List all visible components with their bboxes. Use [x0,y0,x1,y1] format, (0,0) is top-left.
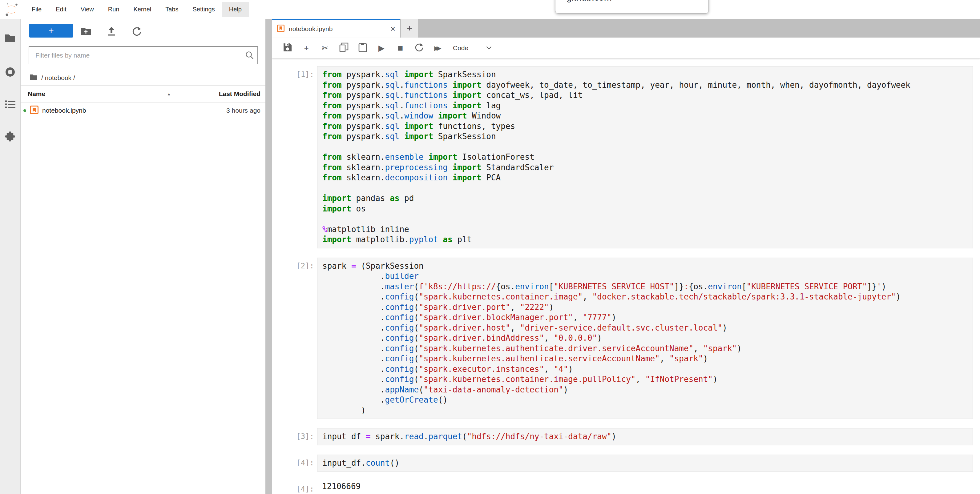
menu-item-settings[interactable]: Settings [185,2,222,17]
sidebar-item-running-kernels[interactable] [0,62,20,83]
save-button[interactable] [280,41,294,55]
sidebar-item-extensions[interactable] [0,126,20,148]
new-folder-icon [81,27,91,37]
breadcrumb-path: / notebook / [41,74,75,81]
cell-prompt: [1]: [272,66,317,248]
plus-icon: + [304,44,309,52]
folder-icon [5,33,15,44]
run-cell-button[interactable]: ▶ [374,41,388,55]
file-filter [29,46,258,64]
popup-site-name: github.com [566,0,708,3]
restart-kernel-button[interactable] [412,41,426,55]
cell-type-dropdown[interactable]: Code [453,44,492,52]
jupyter-logo [4,2,19,17]
breadcrumb[interactable]: / notebook / [30,69,75,86]
upload-icon [107,27,116,37]
new-launcher-button[interactable]: + [29,24,73,38]
close-tab-icon[interactable]: × [390,25,395,33]
menu-item-kernel[interactable]: Kernel [126,2,158,17]
file-row-notebook[interactable]: notebook.ipynb 3 hours ago [20,103,266,119]
cell-editor[interactable]: input_df = spark.read.parquet("hdfs://hd… [317,428,973,445]
stop-icon: ■ [398,43,403,52]
column-header-last-modified[interactable]: Last Modified [219,90,261,98]
restart-run-all-button[interactable]: ▶▶ [431,41,445,55]
file-list-header: Name ▲ Last Modified [20,85,266,103]
file-name: notebook.ipynb [42,107,86,114]
save-icon [283,43,292,53]
sidebar-item-file-browser[interactable] [0,28,20,49]
menu-items: FileEditViewRunKernelTabsSettingsHelp [25,0,249,19]
menu-item-run[interactable]: Run [101,2,127,17]
refresh-button[interactable] [130,25,143,38]
tab-notebook-ipynb[interactable]: notebook.ipynb × [272,19,400,38]
tab-label: notebook.ipynb [289,25,332,33]
column-divider [186,87,186,101]
refresh-icon [132,27,142,37]
cell-editor[interactable]: from pyspark.sql import SparkSessionfrom… [317,66,973,248]
insert-cell-button[interactable]: + [299,41,313,55]
code-cell: [2]:spark = (SparkSession .builder .mast… [272,257,980,419]
home-folder-icon [30,74,38,82]
run-icon: ▶ [379,44,385,52]
panel-splitter[interactable] [266,19,272,494]
main-dock-panel: notebook.ipynb × + + ✂ ▶ ■ [272,19,980,494]
browser-popup: github.com [555,0,709,14]
output-row: [4]:12106669 [272,481,980,493]
code-cell: [4]:input_df.count() [272,454,980,472]
cut-icon: ✂ [322,44,329,52]
restart-icon [414,43,424,53]
notebook-file-icon [277,25,285,33]
code-cell: [3]:input_df = spark.read.parquet("hdfs:… [272,428,980,445]
file-browser-toolbar: + [20,19,266,44]
notebook-file-icon [30,106,38,116]
menu-item-file[interactable]: File [25,2,49,17]
puzzle-icon [5,131,15,143]
chevron-down-icon [486,45,492,51]
copy-icon [339,43,348,53]
sort-ascending-icon[interactable]: ▲ [167,92,171,96]
cell-prompt: [3]: [272,428,317,445]
paste-icon [358,43,367,53]
code-cell: [1]:from pyspark.sql import SparkSession… [272,66,980,248]
list-icon [5,100,15,110]
menu-item-help[interactable]: Help [222,2,249,17]
cell-editor[interactable]: spark = (SparkSession .builder .master(f… [317,257,973,419]
fast-forward-icon: ▶▶ [434,45,442,51]
menu-bar: FileEditViewRunKernelTabsSettingsHelp [0,0,980,19]
copy-cells-button[interactable] [337,41,351,55]
column-header-name[interactable]: Name [28,90,45,98]
activity-bar [0,19,21,494]
menu-item-view[interactable]: View [73,2,101,17]
notebook-content: [1]:from pyspark.sql import SparkSession… [272,59,980,494]
file-filter-input[interactable] [29,46,258,64]
cell-prompt: [2]: [272,257,317,419]
notebook-toolbar: + ✂ ▶ ■ ▶▶ Code [272,38,980,59]
new-folder-button[interactable] [80,25,92,38]
cell-output-text: 12106669 [317,481,973,493]
interrupt-kernel-button[interactable]: ■ [393,41,407,55]
upload-button[interactable] [105,25,118,38]
stop-circle-icon [5,67,15,78]
file-last-modified: 3 hours ago [226,107,261,114]
menu-item-tabs[interactable]: Tabs [158,2,185,17]
output-prompt: [4]: [272,481,317,493]
paste-cells-button[interactable] [356,41,370,55]
new-tab-button[interactable]: + [401,19,418,38]
sidebar-item-table-of-contents[interactable] [0,94,20,116]
cell-editor[interactable]: input_df.count() [317,454,973,472]
cell-prompt: [4]: [272,454,317,472]
cell-type-value: Code [453,44,468,52]
notebook-tab-bar: notebook.ipynb × + [272,19,980,38]
cut-cells-button[interactable]: ✂ [318,41,332,55]
search-icon [245,51,254,60]
menu-item-edit[interactable]: Edit [49,2,73,17]
kernel-running-dot [24,109,26,112]
file-browser-panel: + / notebook / Name [20,19,266,494]
